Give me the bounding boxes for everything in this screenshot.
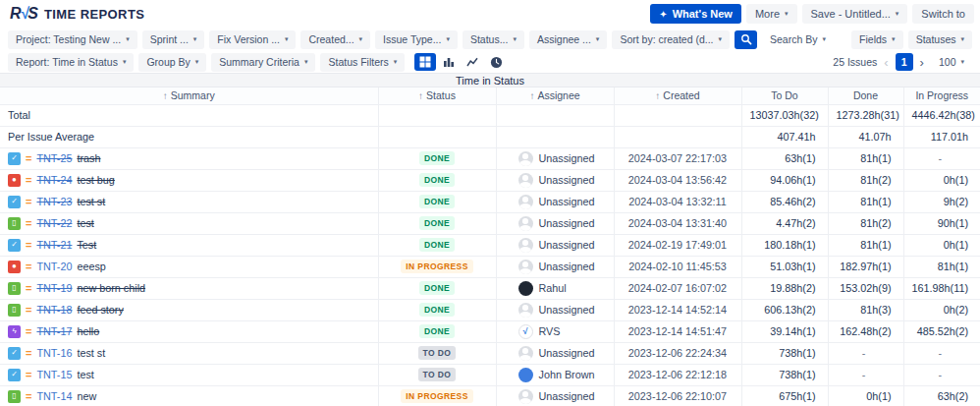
issue-key-link[interactable]: TNT-17 — [36, 325, 72, 337]
issue-row-tnt-14: ▯=TNT-14newIN PROGRESSUnassigned2023-12-… — [0, 385, 980, 406]
created-cell: 2024-02-10 11:45:53 — [614, 256, 741, 277]
column-header-status[interactable]: ↑Status — [378, 87, 496, 104]
current-page-button[interactable]: 1 — [896, 53, 913, 71]
chevron-down-icon: ▾ — [446, 35, 450, 43]
filter-status[interactable]: Status...▾ — [463, 30, 524, 49]
filter-sprint[interactable]: Sprint ...▾ — [142, 30, 205, 49]
done-cell: 81h(1) — [828, 234, 903, 256]
created-cell: 2024-03-04 13:56:42 — [614, 169, 741, 191]
in-progress-cell: 485.52h(2) — [903, 320, 980, 342]
issue-row-tnt-18: ▯=TNT-18feed storyDONEUnassigned2023-12-… — [0, 299, 980, 320]
issue-key-link[interactable]: TNT-21 — [36, 239, 72, 251]
issue-key-link[interactable]: TNT-25 — [36, 152, 72, 164]
status-badge: DONE — [419, 195, 455, 208]
save-report-button[interactable]: Save - Untitled...▾ — [802, 4, 908, 24]
assignee-name: Unassigned — [539, 261, 595, 272]
search-by-label: Search By — [770, 33, 817, 45]
filter-assignee[interactable]: Assignee ...▾ — [529, 30, 607, 49]
issue-key-link[interactable]: TNT-14 — [36, 390, 72, 402]
filter-label: Sort by: created (d... — [620, 33, 713, 45]
issue-key-link[interactable]: TNT-15 — [36, 369, 72, 380]
chevron-down-icon: ▾ — [785, 10, 789, 18]
priority-medium-icon: = — [26, 325, 31, 337]
bar-chart-view-button[interactable] — [438, 53, 460, 71]
line-chart-view-button[interactable] — [462, 53, 483, 71]
filter-project-testing-new[interactable]: Project: Testing New ...▾ — [8, 30, 137, 49]
assignee-name: John Brown — [539, 369, 595, 380]
logo-letter-s: S — [27, 5, 37, 22]
issue-summary: eeesp — [77, 261, 105, 272]
status-cell: DONE — [378, 277, 496, 299]
issue-summary: test st — [77, 347, 105, 359]
filter-label: Status Filters — [328, 56, 388, 68]
issue-key-link[interactable]: TNT-16 — [36, 347, 72, 359]
table-title: Time in Status — [0, 73, 980, 87]
filter-group-by[interactable]: Group By▾ — [138, 53, 206, 72]
view-switcher — [414, 53, 507, 71]
summary-cell: ▯=TNT-19new born child — [0, 277, 378, 299]
issue-key-link[interactable]: TNT-24 — [36, 174, 72, 186]
created-cell: 2023-12-14 14:52:14 — [614, 299, 741, 320]
time-view-button[interactable] — [485, 53, 507, 71]
report-chips: Report: Time in Status▾Group By▾Summary … — [8, 53, 405, 72]
bug-icon: ● — [8, 261, 21, 273]
assignee-cell: John Brown — [496, 364, 614, 385]
logo-letter-r: R — [10, 5, 21, 22]
unassigned-avatar — [518, 151, 533, 166]
status-cell: TO DO — [378, 342, 496, 364]
task-icon: ✓ — [8, 152, 21, 165]
switch-to-button[interactable]: Switch to — [912, 4, 974, 24]
todo-cell: 13037.03h(32) — [741, 104, 828, 126]
done-cell: 81h(3) — [828, 299, 903, 320]
column-header-done[interactable]: Done — [828, 87, 903, 104]
issue-key-link[interactable]: TNT-19 — [36, 282, 72, 294]
column-header-to-do[interactable]: To Do — [741, 87, 828, 104]
issue-key-link[interactable]: TNT-22 — [36, 217, 72, 229]
more-button[interactable]: More▾ — [746, 4, 797, 24]
filter-summary-criteria[interactable]: Summary Criteria▾ — [211, 53, 315, 72]
filter-created[interactable]: Created...▾ — [300, 30, 370, 49]
chevron-down-icon: ▾ — [596, 35, 600, 43]
story-icon: ▯ — [8, 304, 21, 317]
done-cell: 81h(1) — [828, 191, 903, 212]
issue-key-link[interactable]: TNT-20 — [36, 261, 72, 272]
filter-issue-type[interactable]: Issue Type...▾ — [375, 30, 458, 49]
search-button[interactable] — [735, 30, 757, 49]
issue-row-tnt-19: ▯=TNT-19new born childDONERahul2024-02-0… — [0, 277, 980, 299]
todo-cell: 606.13h(2) — [741, 299, 828, 320]
previous-page-button[interactable]: ‹ — [884, 56, 888, 69]
filter-status-filters[interactable]: Status Filters▾ — [320, 53, 405, 72]
done-cell: 162.48h(2) — [828, 320, 903, 342]
column-header-assignee[interactable]: ↑Assignee — [496, 87, 614, 104]
unassigned-avatar — [518, 346, 533, 361]
issue-key-link[interactable]: TNT-18 — [36, 304, 72, 316]
column-header-in-progress[interactable]: In Progress — [903, 87, 980, 104]
filter-fix-version[interactable]: Fix Version ...▾ — [209, 30, 296, 49]
issue-key-link[interactable]: TNT-23 — [36, 196, 72, 207]
filter-statuses[interactable]: Statuses▾ — [908, 30, 972, 49]
whats-new-button[interactable]: ✦What's New — [650, 4, 741, 24]
priority-medium-icon: = — [26, 282, 31, 294]
todo-cell: 675h(1) — [741, 385, 828, 406]
filter-report-time-in-status[interactable]: Report: Time in Status▾ — [8, 53, 134, 72]
table-view-button[interactable] — [414, 53, 436, 71]
assignee-cell: Unassigned — [496, 342, 614, 364]
status-badge: DONE — [419, 281, 455, 295]
issue-row-tnt-25: ✓=TNT-25trashDONEUnassigned2024-03-07 22… — [0, 147, 980, 169]
column-label: To Do — [771, 89, 797, 101]
column-header-summary[interactable]: ↑Summary — [0, 87, 378, 104]
page-size-dropdown[interactable]: 100▾ — [931, 53, 972, 72]
filter-sort-by-created-d[interactable]: Sort by: created (d...▾ — [612, 30, 730, 49]
created-cell: 2024-03-07 22:17:03 — [614, 147, 741, 169]
todo-cell: 94.06h(1) — [741, 169, 828, 191]
issue-row-tnt-20: ●=TNT-20eeespIN PROGRESSUnassigned2024-0… — [0, 256, 980, 277]
search-by-dropdown[interactable]: Search By▾ — [762, 30, 834, 49]
priority-medium-icon: = — [26, 304, 31, 316]
chevron-down-icon: ▾ — [822, 35, 826, 43]
assignee-name: Unassigned — [539, 217, 595, 229]
unassigned-avatar — [518, 216, 533, 231]
next-page-button[interactable]: › — [920, 56, 924, 69]
column-header-created[interactable]: ↑Created — [614, 87, 741, 104]
filter-fields[interactable]: Fields▾ — [851, 30, 903, 49]
issue-summary: hello — [77, 325, 99, 337]
